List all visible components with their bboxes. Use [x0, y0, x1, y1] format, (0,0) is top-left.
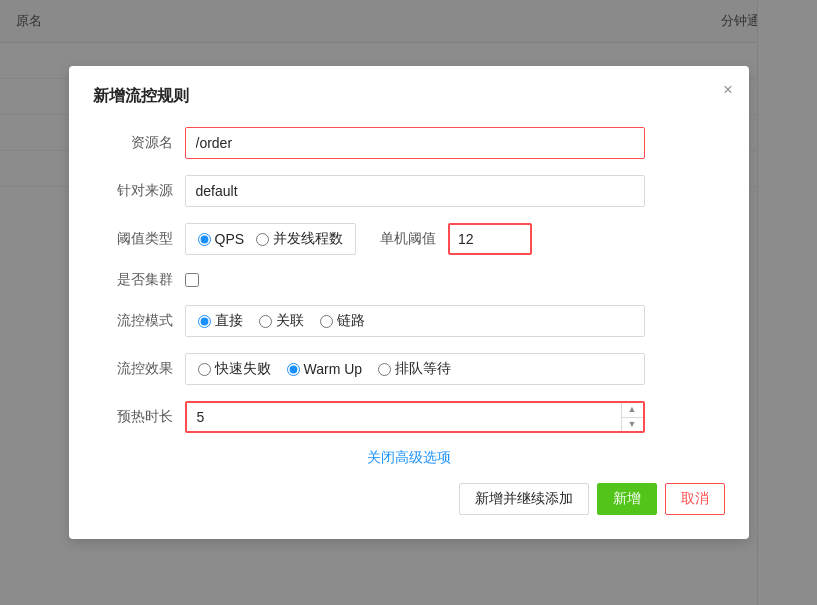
warmup-radio[interactable] [287, 363, 300, 376]
fast-fail-label: 快速失败 [215, 360, 271, 378]
flow-mode-row: 流控模式 直接 关联 链路 [93, 305, 725, 337]
qps-option[interactable]: QPS [198, 231, 245, 247]
flow-mode-group: 直接 关联 链路 [185, 305, 645, 337]
chain-option[interactable]: 链路 [320, 312, 365, 330]
cluster-label: 是否集群 [93, 271, 173, 289]
relation-label: 关联 [276, 312, 304, 330]
thread-radio[interactable] [256, 233, 269, 246]
flow-effect-group: 快速失败 Warm Up 排队等待 [185, 353, 645, 385]
preheat-row: 预热时长 ▲ ▼ [93, 401, 725, 433]
source-label: 针对来源 [93, 182, 173, 200]
add-button[interactable]: 新增 [597, 483, 657, 515]
qps-radio[interactable] [198, 233, 211, 246]
single-threshold-wrap [448, 223, 532, 255]
flow-mode-label: 流控模式 [93, 312, 173, 330]
relation-option[interactable]: 关联 [259, 312, 304, 330]
thread-option[interactable]: 并发线程数 [256, 230, 343, 248]
modal-footer: 新增并继续添加 新增 取消 [93, 483, 725, 515]
single-threshold-input[interactable] [450, 225, 530, 253]
queue-radio[interactable] [378, 363, 391, 376]
close-button[interactable]: × [723, 82, 732, 98]
preheat-label: 预热时长 [93, 408, 173, 426]
source-input[interactable] [185, 175, 645, 207]
preheat-spinner: ▲ ▼ [621, 403, 643, 431]
resource-row: 资源名 [93, 127, 725, 159]
resource-label: 资源名 [93, 134, 173, 152]
direct-label: 直接 [215, 312, 243, 330]
chain-radio[interactable] [320, 315, 333, 328]
relation-radio[interactable] [259, 315, 272, 328]
modal-title: 新增流控规则 [93, 86, 725, 107]
spinner-down-button[interactable]: ▼ [622, 418, 643, 432]
cancel-button[interactable]: 取消 [665, 483, 725, 515]
warmup-option[interactable]: Warm Up [287, 361, 363, 377]
queue-label: 排队等待 [395, 360, 451, 378]
resource-input[interactable] [185, 127, 645, 159]
single-threshold-label: 单机阈值 [356, 230, 436, 248]
qps-label: QPS [215, 231, 245, 247]
modal-overlay: 新增流控规则 × 资源名 针对来源 阈值类型 QPS 并发线程数 [0, 0, 817, 605]
cluster-row: 是否集群 [93, 271, 725, 289]
fast-fail-option[interactable]: 快速失败 [198, 360, 271, 378]
spinner-up-button[interactable]: ▲ [622, 403, 643, 417]
direct-option[interactable]: 直接 [198, 312, 243, 330]
cluster-checkbox-label[interactable] [185, 273, 199, 287]
queue-option[interactable]: 排队等待 [378, 360, 451, 378]
source-row: 针对来源 [93, 175, 725, 207]
add-continue-button[interactable]: 新增并继续添加 [459, 483, 589, 515]
direct-radio[interactable] [198, 315, 211, 328]
cluster-checkbox[interactable] [185, 273, 199, 287]
modal-dialog: 新增流控规则 × 资源名 针对来源 阈值类型 QPS 并发线程数 [69, 66, 749, 539]
fast-fail-radio[interactable] [198, 363, 211, 376]
warmup-label: Warm Up [304, 361, 363, 377]
flow-effect-label: 流控效果 [93, 360, 173, 378]
collapse-link[interactable]: 关闭高级选项 [93, 449, 725, 467]
thread-label: 并发线程数 [273, 230, 343, 248]
threshold-type-group: QPS 并发线程数 [185, 223, 357, 255]
flow-effect-row: 流控效果 快速失败 Warm Up 排队等待 [93, 353, 725, 385]
preheat-wrap: ▲ ▼ [185, 401, 645, 433]
chain-label: 链路 [337, 312, 365, 330]
threshold-label: 阈值类型 [93, 230, 173, 248]
preheat-input[interactable] [187, 403, 621, 431]
threshold-row: 阈值类型 QPS 并发线程数 单机阈值 [93, 223, 725, 255]
